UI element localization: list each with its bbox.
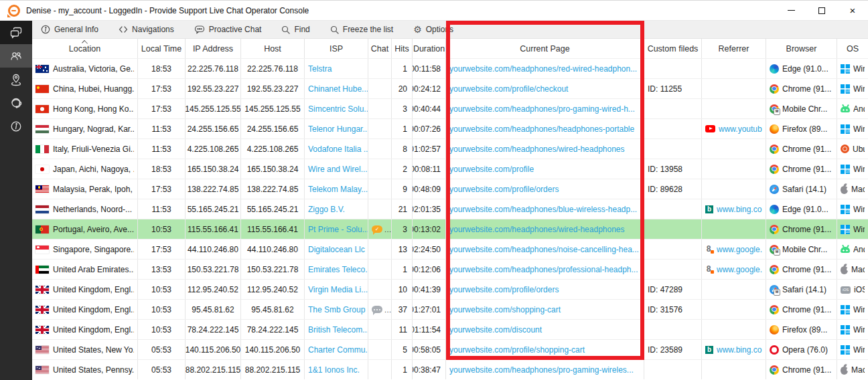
find-button[interactable]: Find bbox=[281, 25, 309, 34]
table-row[interactable]: United States, Pennsy...05:5388.202.215.… bbox=[32, 359, 868, 379]
column-header-browser[interactable]: Browser bbox=[766, 39, 837, 58]
column-header-ip-address[interactable]: IP Address bbox=[186, 39, 241, 58]
table-row[interactable]: Hong Kong, Hong Ko...17:53145.255.125.55… bbox=[32, 98, 868, 118]
column-header-os[interactable]: OS bbox=[837, 39, 868, 58]
freeze-the-list-button[interactable]: Freeze the list bbox=[330, 25, 393, 34]
isp-link[interactable]: Vodafone Italia ... bbox=[305, 139, 368, 159]
os-cell: And bbox=[837, 240, 868, 259]
hits-cell: 3 bbox=[392, 219, 413, 239]
referrer-link[interactable]: www.bing.co... bbox=[717, 345, 762, 355]
duration-cell: 02:01:35 bbox=[413, 199, 446, 219]
referrer-link[interactable]: www.google... bbox=[717, 245, 762, 254]
os-text: Win bbox=[853, 225, 865, 234]
column-header-hits[interactable]: Hits bbox=[392, 39, 413, 58]
table-row[interactable]: United Kingdom, Engl...10:5378.24.222.14… bbox=[32, 319, 868, 339]
current-page-link[interactable]: yourwebsite.com/profile/shopping-cart bbox=[446, 340, 644, 359]
os-cell: Mac bbox=[837, 360, 868, 379]
options-button[interactable]: ⚙ Options bbox=[413, 25, 453, 34]
maximize-button[interactable] bbox=[806, 1, 837, 20]
current-page-link[interactable]: yourwebsite.com/discount bbox=[446, 320, 644, 339]
column-header-duration[interactable]: Duration bbox=[413, 39, 446, 58]
duration-cell: 02:24:50 bbox=[413, 240, 446, 259]
table-row[interactable]: Hungary, Nograd, Kar...11:5324.255.156.6… bbox=[32, 118, 868, 138]
maximize-icon bbox=[818, 7, 825, 14]
column-header-referrer[interactable]: Referrer bbox=[702, 39, 766, 58]
isp-link[interactable]: Emirates Teleco... bbox=[305, 260, 368, 279]
current-page-link[interactable]: yourwebsite.com/headphones/pro-gaming-wi… bbox=[446, 99, 644, 118]
isp-link[interactable]: Wire and Wirel... bbox=[305, 159, 368, 179]
column-header-current-page[interactable]: Current Page bbox=[446, 39, 644, 58]
table-row[interactable]: United Kingdom, Engl...10:53112.95.240.5… bbox=[32, 279, 868, 299]
isp-link[interactable]: The Smb Group bbox=[305, 300, 368, 319]
table-row[interactable]: China, Hubei, Huangg...17:53192.55.23.22… bbox=[32, 78, 868, 98]
local-time-cell: 05:53 bbox=[138, 340, 186, 359]
table-row[interactable]: Singapore, Singapore...17:5344.110.246.8… bbox=[32, 239, 868, 259]
table-row[interactable]: United Arab Emirates...13:53150.53.221.7… bbox=[32, 259, 868, 279]
current-page-link[interactable]: yourwebsite.com/headphones/headphones-po… bbox=[446, 119, 644, 138]
current-page-link[interactable]: yourwebsite.com/headphones/wired-headpho… bbox=[446, 219, 644, 239]
chrome-browser-icon bbox=[770, 165, 779, 174]
ip-address-cell: 4.225.108.265 bbox=[186, 139, 241, 159]
isp-link[interactable]: Digitalocean Llc bbox=[305, 240, 368, 259]
table-row[interactable]: Portugal, Aveiro, Ave...10:53115.55.166.… bbox=[32, 219, 868, 239]
current-page-link[interactable]: yourwebsite.com/headphones/pro-gaming-wi… bbox=[446, 360, 644, 379]
current-page-link[interactable]: yourwebsite.com/profile/checkout bbox=[446, 79, 644, 98]
isp-link[interactable]: 1&1 Ionos Inc. bbox=[305, 360, 368, 379]
column-header-local-time[interactable]: Local Time bbox=[138, 39, 186, 58]
current-page-link[interactable]: yourwebsite.com/headphones/noise-cancell… bbox=[446, 240, 644, 259]
table-row[interactable]: Australia, Victoria, Ge...18:5322.225.76… bbox=[32, 58, 868, 78]
table-row[interactable]: United Kingdom, Engl...10:5395.45.81.629… bbox=[32, 299, 868, 319]
local-time-cell: 10:53 bbox=[138, 280, 186, 299]
minimize-button[interactable] bbox=[776, 1, 806, 20]
table-row[interactable]: Japan, Aichi, Nagoya, ...18:53165.150.38… bbox=[32, 159, 868, 179]
column-header-location[interactable]: Location bbox=[32, 39, 138, 58]
referrer-link[interactable]: www.bing.co... bbox=[717, 205, 762, 214]
ae-flag-icon bbox=[35, 266, 49, 274]
current-page-link[interactable]: yourwebsite.com/headphones/blue-wireless… bbox=[446, 199, 644, 219]
current-page-link[interactable]: yourwebsite.com/headphones/professional-… bbox=[446, 260, 644, 279]
current-page-link[interactable]: yourwebsite.com/headphones/red-wired-hea… bbox=[446, 59, 644, 78]
navigations-button[interactable]: Navigations bbox=[119, 25, 174, 34]
referrer-link[interactable]: www.youtub... bbox=[719, 124, 762, 134]
close-button[interactable]: × bbox=[837, 1, 868, 20]
current-page-link[interactable]: yourwebsite.com/profile bbox=[446, 159, 644, 179]
current-page-link[interactable]: yourwebsite.com/profile/orders bbox=[446, 179, 644, 199]
visitor-location-cell: Australia, Victoria, Ge... bbox=[32, 59, 138, 78]
table-row[interactable]: Netherlands, Noord-...11:5355.165.245.21… bbox=[32, 199, 868, 219]
sidebar-item-visitors[interactable] bbox=[0, 44, 32, 68]
isp-link[interactable]: Telstra bbox=[305, 59, 368, 78]
column-header-custom-fields[interactable]: Custom fileds bbox=[644, 39, 702, 58]
isp-link[interactable]: Simcentric Solu... bbox=[305, 99, 368, 118]
os-text: Win bbox=[853, 124, 865, 134]
isp-link[interactable]: Telekom Malay... bbox=[305, 179, 368, 199]
sidebar-item-operators[interactable] bbox=[0, 91, 32, 114]
table-row[interactable]: Italy, Friuli-Venezia Gi...11:534.225.10… bbox=[32, 138, 868, 159]
isp-link[interactable]: Telenor Hungar... bbox=[305, 119, 368, 138]
table-row[interactable]: Malaysia, Perak, Ipoh, ...17:53138.222.7… bbox=[32, 179, 868, 199]
column-header-isp[interactable]: ISP bbox=[305, 39, 368, 58]
sidebar-item-chats[interactable] bbox=[0, 21, 32, 44]
general-info-button[interactable]: General Info bbox=[41, 25, 98, 34]
custom-fields-cell bbox=[644, 59, 702, 78]
isp-link[interactable]: Chinanet Hube... bbox=[305, 79, 368, 98]
sidebar-item-info[interactable] bbox=[0, 114, 32, 138]
browser-cell: Edge (91.0... bbox=[766, 59, 837, 78]
isp-link[interactable]: Pt Prime - Solu... bbox=[305, 219, 368, 239]
column-header-chat[interactable]: Chat bbox=[368, 39, 392, 58]
isp-link[interactable]: British Telecom... bbox=[305, 320, 368, 339]
column-header-host[interactable]: Host bbox=[241, 39, 305, 58]
current-page-link[interactable]: yourwebsite.com/profile/orders bbox=[446, 280, 644, 299]
isp-link[interactable]: Charter Commu... bbox=[305, 340, 368, 359]
sidebar-item-geo-location[interactable] bbox=[0, 68, 32, 91]
referrer-link[interactable]: www.google... bbox=[717, 265, 762, 274]
table-row[interactable]: United States, New Yo...05:53140.115.206… bbox=[32, 339, 868, 359]
proactive-chat-button[interactable]: Proactive Chat bbox=[194, 25, 262, 34]
current-page-link[interactable]: yourwebsite.com/headphones/wired-headpho… bbox=[446, 139, 644, 159]
isp-link[interactable]: Ziggo B.V. bbox=[305, 199, 368, 219]
isp-link[interactable]: Virgin Media Li... bbox=[305, 280, 368, 299]
custom-fields-cell: ID: 13958 bbox=[644, 159, 702, 179]
win10-os-icon bbox=[841, 124, 850, 134]
opera-browser-icon bbox=[770, 345, 779, 355]
current-page-link[interactable]: yourwebsite.com/shopping-cart bbox=[446, 300, 644, 319]
referrer-cell bbox=[702, 300, 766, 319]
